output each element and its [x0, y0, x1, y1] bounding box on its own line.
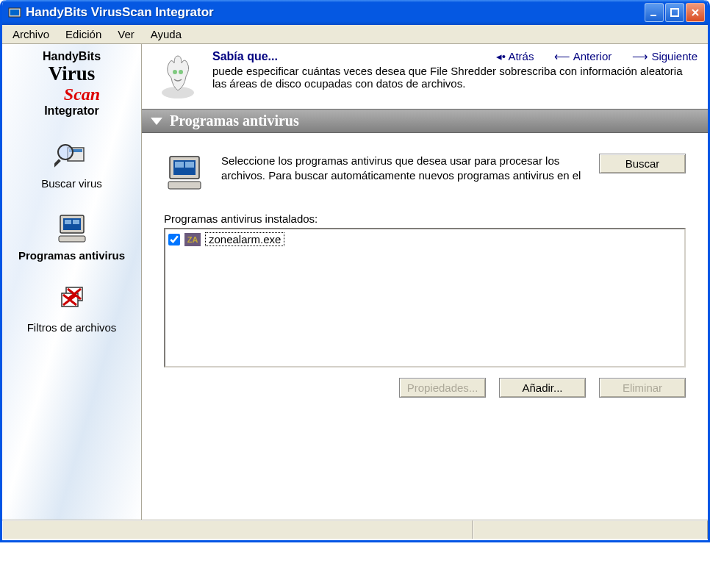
svg-rect-7: [54, 159, 61, 168]
menu-archivo[interactable]: Archivo: [5, 26, 57, 42]
window-controls: [645, 3, 705, 22]
menubar: Archivo Edición Ver Ayuda: [2, 25, 708, 44]
nav-programas-antivirus[interactable]: Programas antivirus: [11, 211, 132, 262]
titlebar: HandyBits VirusScan Integrator: [2, 0, 708, 25]
nav-label: Filtros de archivos: [11, 321, 132, 334]
tip-title: Sabía que...: [212, 50, 278, 63]
close-button[interactable]: [686, 3, 705, 22]
svg-rect-1: [10, 10, 19, 15]
magnifier-icon: [54, 139, 90, 174]
search-button[interactable]: Buscar: [599, 154, 686, 173]
status-cell: [2, 520, 473, 539]
svg-point-6: [58, 145, 73, 159]
svg-rect-21: [185, 162, 194, 168]
status-cell: [473, 520, 708, 539]
computer-icon: [54, 211, 90, 246]
app-logo: HandyBits Virus Scan Integrator: [5, 50, 138, 117]
svg-rect-12: [59, 236, 85, 242]
nav-filtros-archivos[interactable]: Filtros de archivos: [11, 283, 132, 334]
main-panel: Sabía que... ◂• Atrás ⟵ Anterior ⟶ Sigui…: [142, 44, 708, 520]
menu-ayuda[interactable]: Ayuda: [143, 26, 189, 42]
sidebar: HandyBits Virus Scan Integrator Buscar v…: [2, 44, 142, 520]
svg-rect-10: [65, 220, 71, 224]
add-button[interactable]: Añadir...: [499, 378, 586, 398]
tip-text: Sabía que... ◂• Atrás ⟵ Anterior ⟶ Sigui…: [212, 50, 698, 90]
program-row[interactable]: ZA zonealarm.exe: [168, 232, 681, 246]
minimize-button[interactable]: [645, 3, 664, 22]
remove-button[interactable]: Eliminar: [599, 378, 686, 398]
program-checkbox[interactable]: [168, 234, 180, 245]
content-area: HandyBits Virus Scan Integrator Buscar v…: [2, 44, 708, 520]
section-body: Seleccione los programas antivirus que d…: [142, 133, 708, 411]
app-icon: [8, 6, 21, 19]
svg-rect-3: [671, 9, 678, 16]
intro-text: Seleccione los programas antivirus que d…: [221, 154, 584, 184]
menu-edicion[interactable]: Edición: [58, 26, 109, 42]
svg-rect-11: [73, 220, 79, 224]
list-label: Programas antivirus instalados:: [164, 212, 686, 225]
svg-point-17: [179, 70, 183, 74]
nav-label: Programas antivirus: [11, 249, 132, 262]
nav-label: Buscar virus: [11, 177, 132, 190]
action-buttons: Propiedades... Añadir... Eliminar: [164, 378, 686, 398]
tip-nav: ◂• Atrás ⟵ Anterior ⟶ Siguiente: [496, 50, 698, 63]
hand-wave-icon: [152, 50, 204, 101]
filter-files-icon: [54, 283, 90, 318]
svg-rect-2: [650, 15, 656, 16]
svg-rect-20: [175, 162, 184, 168]
svg-point-16: [173, 70, 177, 74]
section-title: Programas antivirus: [170, 112, 299, 129]
menu-ver[interactable]: Ver: [110, 26, 142, 42]
programs-listbox[interactable]: ZA zonealarm.exe: [164, 228, 686, 368]
properties-button[interactable]: Propiedades...: [399, 378, 486, 398]
tip-panel: Sabía que... ◂• Atrás ⟵ Anterior ⟶ Sigui…: [142, 44, 708, 109]
intro-row: Seleccione los programas antivirus que d…: [164, 154, 686, 192]
tip-prev-button[interactable]: ⟵ Anterior: [554, 50, 612, 63]
tip-body: puede especificar cuántas veces desea qu…: [212, 65, 698, 90]
computer-icon: [164, 154, 207, 192]
window-title: HandyBits VirusScan Integrator: [26, 5, 645, 20]
svg-rect-22: [168, 182, 201, 189]
nav-buscar-virus[interactable]: Buscar virus: [11, 139, 132, 190]
tip-back-button[interactable]: ◂• Atrás: [496, 50, 534, 63]
program-name[interactable]: zonealarm.exe: [205, 232, 284, 246]
statusbar: [2, 520, 708, 539]
section-header[interactable]: Programas antivirus: [142, 109, 708, 133]
tip-next-button[interactable]: ⟶ Siguiente: [632, 50, 698, 63]
zonealarm-icon: ZA: [184, 233, 201, 246]
chevron-down-icon: [151, 118, 162, 125]
maximize-button[interactable]: [665, 3, 684, 22]
app-window: HandyBits VirusScan Integrator Archivo E…: [0, 0, 710, 542]
